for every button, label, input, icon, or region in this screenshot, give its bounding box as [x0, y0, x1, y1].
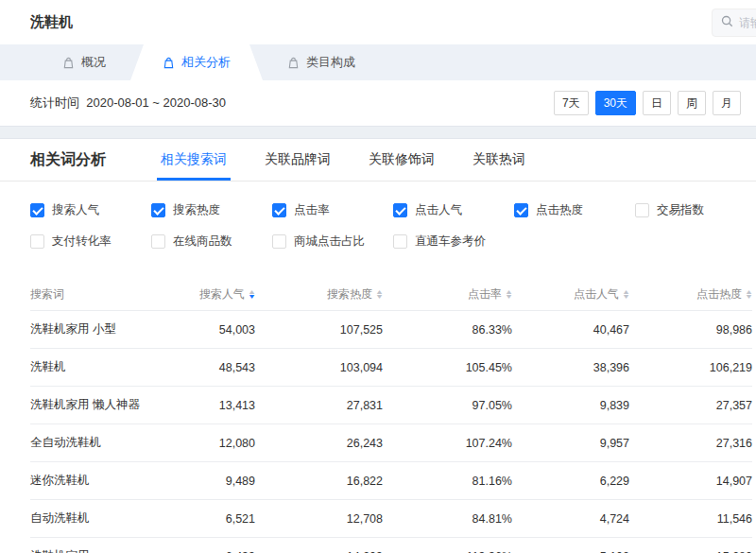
period-7d-button[interactable]: 7天: [554, 91, 589, 115]
value-cell: 48,543: [181, 361, 255, 374]
keyword-cell: 全自动洗鞋机: [30, 435, 181, 451]
table-row: 洗鞋机 48,543 103,094 105.45% 38,396 106,21…: [30, 348, 752, 386]
keyword-cell: 洗鞋机: [30, 359, 181, 375]
filter-row-2: 支付转化率 在线商品数 商城点击占比 直通车参考价: [30, 233, 756, 250]
value-cell: 105.45%: [383, 361, 512, 374]
tab-category-composition[interactable]: 类目构成: [263, 44, 380, 80]
sort-icon[interactable]: ▲▼: [376, 289, 383, 299]
period-week-button[interactable]: 周: [678, 91, 706, 115]
section-header: 相关词分析 相关搜索词 关联品牌词 关联修饰词 关联热词: [0, 139, 756, 181]
stats-range: 2020-08-01 ~ 2020-08-30: [86, 95, 226, 110]
value-cell: 107.24%: [383, 437, 512, 450]
value-cell: 6,439: [181, 550, 255, 553]
checkbox-checked-icon[interactable]: [393, 203, 407, 217]
table-row: 洗鞋机家用 6,439 14,209 113.36% 5,102 15,280: [30, 537, 752, 553]
value-cell: 14,209: [255, 550, 383, 553]
value-cell: 4,724: [512, 512, 629, 526]
col-label: 点击人气: [574, 286, 619, 302]
subtab-modifier-words[interactable]: 关联修饰词: [369, 139, 435, 181]
value-cell: 12,708: [255, 512, 383, 526]
page: 洗鞋机 请输入 概况 相关分析 类目构成: [0, 0, 756, 553]
tab-label: 类目构成: [306, 54, 355, 71]
filter-search-heat[interactable]: 搜索热度: [151, 202, 272, 218]
sort-icon[interactable]: ▲▼: [506, 289, 512, 299]
checkbox-unchecked-icon[interactable]: [272, 234, 286, 249]
filter-mall-click-share[interactable]: 商城点击占比: [272, 233, 393, 250]
checkbox-checked-icon[interactable]: [514, 203, 528, 217]
section-divider-band: [0, 126, 756, 139]
value-cell: 107,525: [255, 323, 383, 337]
value-cell: 15,280: [629, 550, 752, 553]
value-cell: 27,357: [629, 399, 752, 412]
checkbox-unchecked-icon[interactable]: [151, 234, 165, 249]
value-cell: 9,489: [181, 475, 255, 488]
checkbox-unchecked-icon[interactable]: [30, 234, 44, 249]
subtab-hot-words[interactable]: 关联热词: [472, 139, 525, 181]
col-label: 点击率: [468, 286, 502, 302]
top-header: 洗鞋机 请输入: [0, 0, 756, 44]
subtab-related-search-words[interactable]: 相关搜索词: [161, 139, 227, 181]
period-day-button[interactable]: 日: [643, 91, 671, 115]
table-header-row: 搜索词 搜索人气 ▲▼ 搜索热度 ▲▼ 点击率 ▲▼ 点击人气 ▲▼: [30, 278, 752, 310]
value-cell: 16,822: [255, 475, 383, 488]
period-30d-button[interactable]: 30天: [595, 91, 636, 115]
metric-filters: 搜索人气 搜索热度 点击率 点击人气 点击热度: [0, 181, 756, 278]
checkbox-checked-icon[interactable]: [272, 203, 286, 217]
filter-click-heat[interactable]: 点击热度: [514, 202, 635, 218]
filter-label: 支付转化率: [52, 233, 112, 250]
sort-icon[interactable]: ▲▼: [746, 289, 752, 299]
keyword-cell: 洗鞋机家用 懒人神器: [30, 397, 181, 413]
filter-label: 点击人气: [415, 202, 462, 218]
filter-online-products[interactable]: 在线商品数: [151, 233, 272, 250]
tab-label: 概况: [81, 54, 106, 71]
filter-click-popularity[interactable]: 点击人气: [393, 202, 514, 218]
table-row: 洗鞋机家用 小型 54,003 107,525 86.33% 40,467 98…: [30, 310, 752, 348]
search-input[interactable]: 请输入: [712, 9, 756, 37]
filter-label: 直通车参考价: [415, 233, 486, 250]
value-cell: 81.16%: [383, 475, 512, 488]
bag-icon: [287, 57, 300, 69]
filter-label: 交易指数: [657, 202, 704, 218]
filter-label: 点击热度: [536, 202, 583, 218]
filter-trade-index[interactable]: 交易指数: [635, 202, 756, 218]
period-month-button[interactable]: 月: [713, 91, 741, 115]
checkbox-checked-icon[interactable]: [151, 203, 165, 217]
filter-ztc-reference-price[interactable]: 直通车参考价: [393, 233, 514, 250]
value-cell: 6,521: [181, 512, 255, 526]
checkbox-unchecked-icon[interactable]: [635, 203, 649, 217]
value-cell: 13,413: [181, 399, 255, 412]
value-cell: 9,839: [512, 399, 629, 412]
subtab-brand-words[interactable]: 关联品牌词: [265, 139, 331, 181]
value-cell: 86.33%: [383, 323, 512, 337]
main-tab-strip: 概况 相关分析 类目构成: [0, 44, 756, 80]
keyword-cell: 洗鞋机家用 小型: [30, 321, 181, 337]
col-header-click-heat[interactable]: 点击热度 ▲▼: [629, 286, 752, 302]
related-words-section: 相关词分析 相关搜索词 关联品牌词 关联修饰词 关联热词 搜索人气 搜索热度: [0, 139, 756, 553]
col-header-search-heat[interactable]: 搜索热度 ▲▼: [255, 286, 383, 302]
filter-label: 点击率: [294, 202, 330, 218]
tab-related-analysis[interactable]: 相关分析: [130, 44, 263, 80]
filter-click-rate[interactable]: 点击率: [272, 202, 393, 218]
checkbox-unchecked-icon[interactable]: [393, 234, 407, 249]
col-header-click-rate[interactable]: 点击率 ▲▼: [383, 286, 512, 302]
checkbox-checked-icon[interactable]: [30, 203, 44, 217]
col-header-click-popularity[interactable]: 点击人气 ▲▼: [512, 286, 629, 302]
value-cell: 11,546: [629, 512, 752, 526]
keywords-table: 搜索词 搜索人气 ▲▼ 搜索热度 ▲▼ 点击率 ▲▼ 点击人气 ▲▼: [0, 278, 756, 553]
col-label: 点击热度: [696, 286, 742, 302]
tab-overview[interactable]: 概况: [38, 44, 130, 80]
value-cell: 26,243: [255, 437, 383, 450]
value-cell: 27,831: [255, 399, 383, 412]
table-row: 全自动洗鞋机 12,080 26,243 107.24% 9,957 27,31…: [30, 423, 752, 461]
filter-label: 搜索人气: [52, 202, 99, 218]
sort-icon-desc-active[interactable]: ▲▼: [249, 289, 255, 299]
col-header-search-popularity[interactable]: 搜索人气 ▲▼: [181, 286, 255, 302]
sort-icon[interactable]: ▲▼: [623, 289, 629, 299]
filter-label: 搜索热度: [173, 202, 220, 218]
filter-payment-conversion[interactable]: 支付转化率: [30, 233, 151, 250]
value-cell: 14,907: [629, 475, 752, 488]
sub-tab-bar: 相关搜索词 关联品牌词 关联修饰词 关联热词: [161, 139, 525, 181]
col-header-keyword: 搜索词: [30, 286, 181, 302]
stats-row: 统计时间 2020-08-01 ~ 2020-08-30 7天 30天 日 周 …: [0, 80, 756, 126]
filter-search-popularity[interactable]: 搜索人气: [30, 202, 151, 218]
